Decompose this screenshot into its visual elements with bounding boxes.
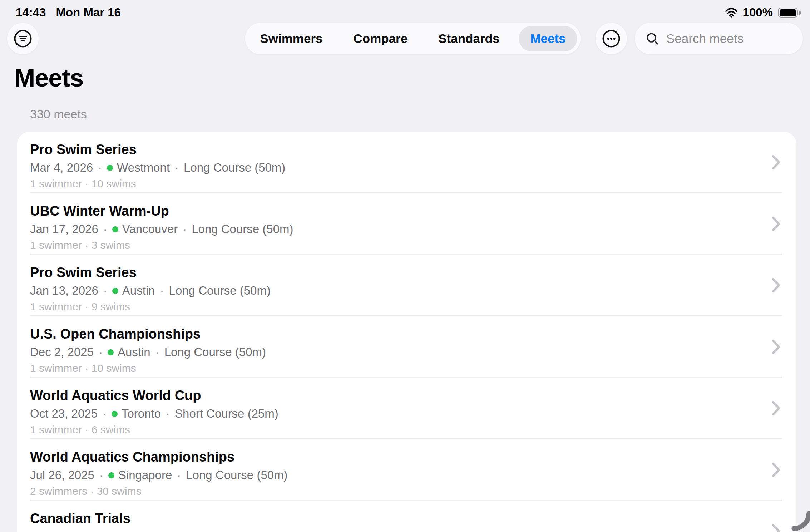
battery-percent: 100% [743,6,773,19]
chevron-right-icon [772,340,780,354]
location-status-dot [112,411,118,417]
meet-date: Jan 13, 2026 [30,283,98,298]
meet-course: Long Course (50m) [164,345,266,360]
search-field[interactable] [635,23,803,54]
meet-name: Pro Swim Series [30,141,750,158]
tab-swimmers[interactable]: Swimmers [248,26,334,51]
dot-separator [103,406,107,421]
search-icon [646,32,659,45]
chevron-right-icon [772,463,780,477]
meet-row[interactable]: Canadian Trials Jun 7, 2025 Campbellton … [17,501,796,532]
meet-date: Oct 23, 2025 [30,406,98,421]
meet-course: Long Course (50m) [192,222,293,237]
status-bar: 14:43 Mon Mar 16 100% [0,0,810,21]
meet-name: Canadian Trials [30,510,750,527]
location-status-dot [107,165,113,171]
meet-name: UBC Winter Warm-Up [30,202,750,220]
meet-date: Jan 17, 2026 [30,222,98,237]
meet-name: Pro Swim Series [30,264,750,281]
ellipsis-circle-icon [602,29,621,48]
meet-location: Toronto [122,406,161,421]
meet-stats: 1 swimmer · 10 swims [30,361,750,375]
meet-count: 330 meets [30,107,87,121]
meets-screen: { "status_bar": { "time": "14:43", "date… [0,0,810,532]
meet-row[interactable]: UBC Winter Warm-Up Jan 17, 2026 Vancouve… [17,193,796,255]
dot-separator [99,468,103,483]
page-title: Meets [14,64,83,92]
meet-date: Jul 26, 2025 [30,468,94,483]
meet-name: World Aquatics World Cup [30,387,750,404]
dot-separator [155,345,159,360]
location-status-dot [108,349,114,355]
meet-location: Austin [122,283,155,298]
dot-separator [103,222,107,237]
header: Swimmers Compare Standards Meets [0,22,810,56]
location-status-dot [108,472,114,478]
meet-name: U.S. Open Championships [30,325,750,343]
meet-course: Long Course (50m) [196,529,297,532]
meet-subtitle: Mar 4, 2026 Westmont Long Course (50m) [30,160,750,175]
battery-icon [778,8,798,18]
dot-separator [177,468,181,483]
meet-row[interactable]: U.S. Open Championships Dec 2, 2025 Aust… [17,316,796,378]
dot-separator [187,529,191,532]
battery-nub [799,11,801,15]
tab-bar: Swimmers Compare Standards Meets [245,23,581,54]
meet-stats: 2 swimmers · 30 swims [30,484,750,498]
chevron-right-icon [772,401,780,415]
chevron-right-icon [772,217,780,231]
meet-subtitle: Jan 17, 2026 Vancouver Long Course (50m) [30,222,750,237]
meet-row[interactable]: World Aquatics Championships Jul 26, 202… [17,439,796,501]
dot-separator [98,160,102,175]
meet-stats: 1 swimmer · 9 swims [30,300,750,314]
wifi-icon [725,8,738,18]
meet-date: Dec 2, 2025 [30,345,94,360]
meet-course: Long Course (50m) [184,160,285,175]
meet-stats: 1 swimmer · 10 swims [30,177,750,191]
meet-name: World Aquatics Championships [30,448,750,466]
meet-course: Short Course (25m) [175,406,278,421]
tab-compare[interactable]: Compare [342,26,419,51]
meet-location: Campbellton [115,529,182,532]
meet-subtitle: Jan 13, 2026 Austin Long Course (50m) [30,283,750,298]
meet-date: Jun 7, 2025 [30,529,92,532]
meet-course: Long Course (50m) [186,468,287,483]
dot-separator [183,222,187,237]
meet-subtitle: Oct 23, 2025 Toronto Short Course (25m) [30,406,750,421]
status-date: Mon Mar 16 [56,6,121,19]
meet-subtitle: Jun 7, 2025 Campbellton Long Course (50m… [30,529,750,532]
meet-row[interactable]: Pro Swim Series Jan 13, 2026 Austin Long… [17,255,796,316]
filter-button[interactable] [7,23,39,54]
dot-separator [160,283,164,298]
more-button[interactable] [596,23,627,54]
meet-location: Austin [118,345,150,360]
filter-lines-circle-icon [14,29,32,48]
meet-location: Vancouver [122,222,178,237]
meet-course: Long Course (50m) [169,283,271,298]
chevron-right-icon [772,155,780,169]
dot-separator [103,283,107,298]
meet-location: Westmont [117,160,170,175]
location-status-dot [112,226,118,232]
meets-list-card: Pro Swim Series Mar 4, 2026 Westmont Lon… [17,132,796,532]
meet-row[interactable]: Pro Swim Series Mar 4, 2026 Westmont Lon… [17,132,796,193]
meet-date: Mar 4, 2026 [30,160,93,175]
meet-stats: 1 swimmer · 3 swims [30,238,750,252]
meet-subtitle: Jul 26, 2025 Singapore Long Course (50m) [30,468,750,483]
meet-row[interactable]: World Aquatics World Cup Oct 23, 2025 To… [17,378,796,439]
chevron-right-icon [772,278,780,292]
meet-location: Singapore [118,468,172,483]
status-time: 14:43 [16,6,46,19]
dot-separator [166,406,170,421]
search-input[interactable] [666,31,792,46]
tab-meets[interactable]: Meets [519,26,577,51]
meet-subtitle: Dec 2, 2025 Austin Long Course (50m) [30,345,750,360]
dot-separator [97,529,100,532]
location-status-dot [112,288,118,294]
meet-stats: 1 swimmer · 6 swims [30,423,750,437]
dot-separator [175,160,179,175]
tab-standards[interactable]: Standards [427,26,511,51]
loading-spinner [772,497,810,532]
dot-separator [99,345,103,360]
